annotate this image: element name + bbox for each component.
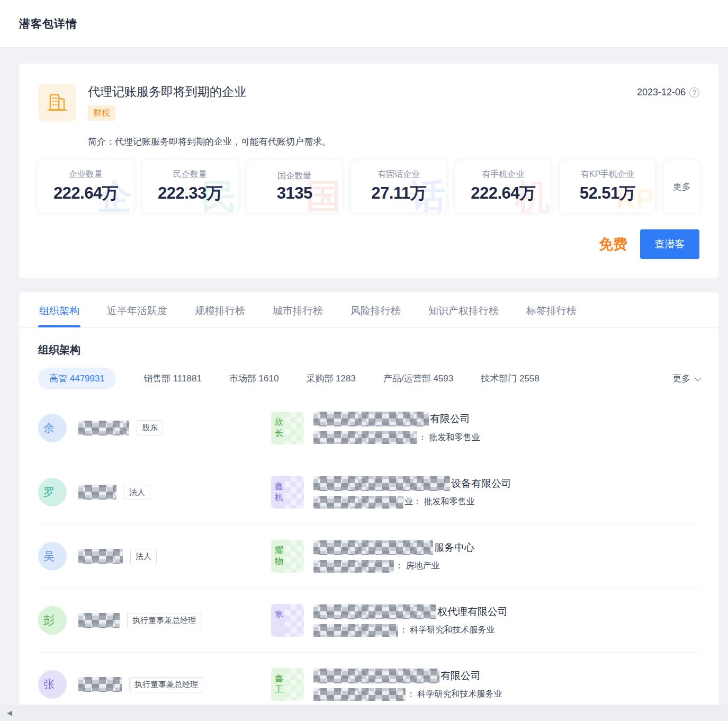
company-logo: 鑫工 xyxy=(271,668,304,701)
censored-company-info xyxy=(313,496,403,509)
stat-value: 222.64万 xyxy=(53,182,118,204)
stat-label: 民企数量 xyxy=(173,169,207,180)
industry-text: ： 房地产业 xyxy=(395,560,439,572)
company-logo: 寒 xyxy=(271,604,304,637)
person-row[interactable]: 吴 法人 耀物 服务中心 ： 房地产业 xyxy=(38,524,699,588)
dept-pill-executives[interactable]: 高管 4479931 xyxy=(38,368,116,389)
tab-org-structure[interactable]: 组织架构 xyxy=(38,292,80,327)
company-name-suffix: 有限公司 xyxy=(441,669,481,683)
package-icon-box xyxy=(38,84,76,122)
stat-mobile-count: 机 有手机企业 222.64万 xyxy=(455,161,551,212)
date-text: 2023-12-06 xyxy=(637,87,686,98)
censored-company-name xyxy=(313,540,433,555)
building-icon xyxy=(46,91,69,114)
dept-pill-product-ops[interactable]: 产品/运营部 4593 xyxy=(383,372,453,385)
detail-card: 组织架构 近半年活跃度 规模排行榜 城市排行榜 风险排行榜 知识产权排行榜 标签… xyxy=(19,292,718,716)
tab-scale-ranking[interactable]: 规模排行榜 xyxy=(194,292,246,327)
censored-company-name xyxy=(313,412,429,426)
tab-activity-halfyear[interactable]: 近半年活跃度 xyxy=(106,292,168,327)
stat-value: 222.64万 xyxy=(471,182,535,204)
package-card: 代理记账服务即将到期的企业 财税 2023-12-06 ? 简介：代理记账服务即… xyxy=(19,64,718,278)
stat-landline-count: 话 有固话企业 27.11万 xyxy=(351,161,446,212)
bottom-bar: ◀ xyxy=(0,705,728,721)
company-name-suffix: 服务中心 xyxy=(434,541,474,555)
tab-label-ranking[interactable]: 标签排行榜 xyxy=(525,292,578,327)
censored-person-name xyxy=(78,549,123,564)
org-section-title: 组织架构 xyxy=(38,343,699,357)
censored-company-name xyxy=(313,476,450,491)
package-title: 代理记账服务即将到期的企业 xyxy=(88,84,637,100)
industry-text: ： 科学研究和技术服务业 xyxy=(399,625,495,636)
package-category-tag: 财税 xyxy=(88,105,115,121)
stat-value: 222.33万 xyxy=(158,182,222,204)
chevron-down-icon xyxy=(695,375,702,381)
check-prospects-button[interactable]: 查潜客 xyxy=(640,229,699,259)
person-row[interactable]: 彭 执行董事兼总经理 寒 权代理有限公司 xyxy=(38,588,699,652)
help-icon[interactable]: ? xyxy=(689,87,699,97)
company-name-suffix: 设备有限公司 xyxy=(451,477,511,491)
stat-stateowned-count: 国 国企数量 3135 xyxy=(247,161,342,212)
dept-more-button[interactable]: 更多 xyxy=(672,372,699,385)
avatar: 吴 xyxy=(38,542,67,571)
person-row[interactable]: 余 股东 欣长 有限公司 ： 批发和零 xyxy=(38,396,699,460)
tab-ip-ranking[interactable]: 知识产权排行榜 xyxy=(427,292,500,327)
company-logo: 欣长 xyxy=(271,412,304,444)
package-date: 2023-12-06 ? xyxy=(637,84,699,98)
dept-more-label: 更多 xyxy=(672,372,690,385)
page-header: 潜客包详情 xyxy=(0,0,728,48)
package-intro: 简介：代理记账服务即将到期的企业，可能有代账切户需求。 xyxy=(88,136,699,148)
stat-enterprise-count: 企 企业数量 222.64万 xyxy=(38,161,133,212)
industry-text: 业： 批发和零售业 xyxy=(405,496,474,508)
avatar: 张 xyxy=(38,670,67,699)
dept-pill-tech[interactable]: 技术部门 2558 xyxy=(481,372,540,385)
department-filter-row: 高管 4479931 销售部 111881 市场部 1610 采购部 1283 … xyxy=(38,368,699,389)
censored-company-info xyxy=(313,688,406,701)
censored-person-name xyxy=(78,613,120,628)
censored-person-name xyxy=(78,485,116,500)
censored-company-info xyxy=(313,431,417,444)
stat-value: 27.11万 xyxy=(371,182,426,204)
censored-person-name xyxy=(78,421,129,435)
company-logo: 耀物 xyxy=(271,540,304,573)
stats-row: 企 企业数量 222.64万 民 民企数量 222.33万 国 国企数量 313… xyxy=(38,161,699,212)
stat-label: 有固话企业 xyxy=(378,169,420,180)
avatar: 余 xyxy=(38,414,67,442)
avatar: 罗 xyxy=(38,478,67,506)
dept-pill-sales[interactable]: 销售部 111881 xyxy=(143,372,202,385)
person-role-tag: 执行董事兼总经理 xyxy=(129,677,203,692)
page-title: 潜客包详情 xyxy=(19,16,77,31)
person-role-tag: 执行董事兼总经理 xyxy=(127,613,201,628)
dept-pill-procurement[interactable]: 采购部 1283 xyxy=(306,372,356,385)
stat-kp-mobile-count: KP 有KP手机企业 52.51万 xyxy=(560,161,655,212)
tab-risk-ranking[interactable]: 风险排行榜 xyxy=(349,292,402,327)
people-list: 余 股东 欣长 有限公司 ： 批发和零 xyxy=(38,396,699,716)
person-role-tag: 股东 xyxy=(137,420,163,435)
stat-value: 3135 xyxy=(277,184,312,203)
company-name-suffix: 有限公司 xyxy=(430,412,470,426)
censored-company-name xyxy=(313,669,439,683)
stat-label: 企业数量 xyxy=(69,169,103,180)
person-row[interactable]: 罗 法人 鑫机 设备有限公司 业： 批 xyxy=(38,460,699,524)
censored-person-name xyxy=(78,677,122,692)
person-role-tag: 法人 xyxy=(124,485,150,500)
collapse-left-icon[interactable]: ◀ xyxy=(7,709,12,717)
industry-text: ： 科学研究和技术服务业 xyxy=(407,689,502,700)
stat-label: 有手机企业 xyxy=(482,169,524,180)
tab-bar: 组织架构 近半年活跃度 规模排行榜 城市排行榜 风险排行榜 知识产权排行榜 标签… xyxy=(19,292,718,328)
company-name-suffix: 权代理有限公司 xyxy=(437,605,508,619)
stat-label: 有KP手机企业 xyxy=(581,169,634,180)
free-price-label: 免费 xyxy=(599,235,627,254)
stats-more-button[interactable]: 更多 xyxy=(664,161,699,212)
censored-company-info xyxy=(313,560,394,573)
stat-label: 国企数量 xyxy=(277,171,311,182)
stat-value: 52.51万 xyxy=(580,182,636,204)
tab-city-ranking[interactable]: 城市排行榜 xyxy=(272,292,324,327)
censored-company-name xyxy=(313,604,436,619)
dept-pill-marketing[interactable]: 市场部 1610 xyxy=(229,372,279,385)
person-role-tag: 法人 xyxy=(130,549,157,564)
censored-company-info xyxy=(313,624,398,637)
stat-private-count: 民 民企数量 222.33万 xyxy=(142,161,238,212)
industry-text: ： 批发和零售业 xyxy=(418,432,480,443)
avatar: 彭 xyxy=(38,606,67,635)
company-logo: 鑫机 xyxy=(271,476,304,509)
